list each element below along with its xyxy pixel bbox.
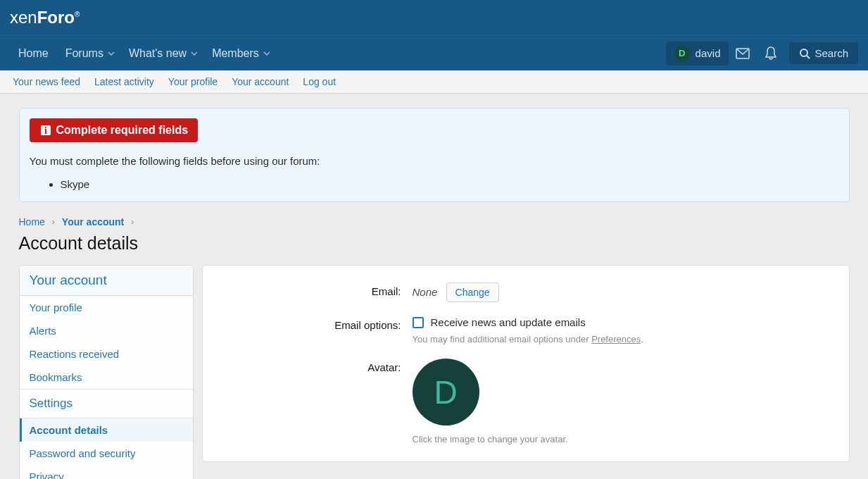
breadcrumb-home[interactable]: Home bbox=[19, 216, 45, 228]
nav-right: D david Search bbox=[666, 41, 858, 66]
label-avatar: Avatar: bbox=[215, 359, 413, 444]
sidebar-heading-settings[interactable]: Settings bbox=[20, 389, 193, 418]
breadcrumb: Home › Your account › bbox=[19, 216, 850, 228]
sidebar-alerts[interactable]: Alerts bbox=[20, 319, 193, 342]
nav-forums[interactable]: Forums bbox=[57, 36, 112, 71]
content-layout: Your account Your profile Alerts Reactio… bbox=[19, 265, 850, 479]
chevron-down-icon bbox=[263, 50, 270, 57]
search-button[interactable]: Search bbox=[789, 42, 858, 64]
row-avatar: Avatar: D Click the image to change your… bbox=[215, 352, 836, 452]
avatar-hint: Click the image to change your avatar. bbox=[413, 434, 836, 444]
sidebar-bookmarks[interactable]: Bookmarks bbox=[20, 366, 193, 389]
receive-emails-checkbox[interactable] bbox=[413, 317, 424, 328]
subnav-your-profile[interactable]: Your profile bbox=[168, 76, 218, 87]
avatar-image[interactable]: D bbox=[413, 359, 479, 425]
notice-message: You must complete the following fields b… bbox=[30, 155, 839, 167]
chevron-right-icon: › bbox=[52, 217, 55, 227]
account-form: Email: None Change Email options: Receiv… bbox=[202, 265, 850, 462]
checkbox-label: Receive news and update emails bbox=[431, 316, 586, 328]
email-value: None bbox=[413, 286, 438, 298]
subnav-latest-activity[interactable]: Latest activity bbox=[94, 76, 154, 87]
sidebar-reactions[interactable]: Reactions received bbox=[20, 342, 193, 366]
nav-left: Home Forums What's new Members bbox=[10, 36, 276, 71]
value-email: None Change bbox=[413, 282, 836, 302]
nav-members-toggle[interactable] bbox=[263, 36, 276, 71]
row-email-options: Email options: Receive news and update e… bbox=[215, 309, 836, 352]
chevron-down-icon bbox=[108, 50, 115, 57]
envelope-icon bbox=[736, 48, 750, 59]
sidebar-privacy[interactable]: Privacy bbox=[20, 465, 193, 479]
checkbox-row: Receive news and update emails bbox=[413, 316, 836, 328]
logo-trademark: ® bbox=[75, 11, 80, 18]
sidebar-account-details[interactable]: Account details bbox=[20, 418, 193, 442]
email-options-hint: You may find additional email options un… bbox=[413, 334, 836, 344]
subnav-news-feed[interactable]: Your news feed bbox=[13, 76, 80, 87]
nav-members[interactable]: Members bbox=[203, 36, 268, 71]
avatar-small: D bbox=[674, 46, 690, 61]
notice-badge-text: Complete required fields bbox=[56, 124, 189, 137]
user-menu[interactable]: D david bbox=[666, 42, 729, 66]
subnav-your-account[interactable]: Your account bbox=[232, 76, 289, 87]
label-email-options: Email options: bbox=[215, 316, 413, 344]
svg-point-1 bbox=[800, 49, 807, 56]
sidebar-heading-account[interactable]: Your account bbox=[20, 266, 193, 296]
nav-home[interactable]: Home bbox=[10, 36, 57, 71]
alerts-button[interactable] bbox=[757, 41, 785, 66]
page-title: Account details bbox=[19, 233, 850, 254]
account-sidebar: Your account Your profile Alerts Reactio… bbox=[19, 265, 194, 479]
breadcrumb-current[interactable]: Your account bbox=[62, 216, 124, 228]
sub-nav: Your news feed Latest activity Your prof… bbox=[0, 70, 868, 94]
inbox-button[interactable] bbox=[729, 41, 757, 66]
nav-whats-new[interactable]: What's new bbox=[120, 36, 195, 71]
notice-field-list: Skype bbox=[30, 177, 839, 192]
chevron-right-icon: › bbox=[131, 217, 134, 227]
row-email: Email: None Change bbox=[215, 275, 836, 309]
change-email-button[interactable]: Change bbox=[446, 282, 499, 302]
subnav-log-out[interactable]: Log out bbox=[303, 76, 336, 87]
main-nav: Home Forums What's new Members D david S… bbox=[0, 35, 868, 70]
sidebar-password-security[interactable]: Password and security bbox=[20, 442, 193, 465]
logo-foro: Foro bbox=[37, 8, 75, 27]
username: david bbox=[696, 47, 721, 59]
nav-whats-new-toggle[interactable] bbox=[191, 36, 203, 71]
required-fields-notice: i Complete required fields You must comp… bbox=[19, 108, 850, 202]
info-icon: i bbox=[39, 124, 52, 137]
search-icon bbox=[799, 48, 810, 59]
notice-badge: i Complete required fields bbox=[30, 118, 199, 142]
sidebar-your-profile[interactable]: Your profile bbox=[20, 296, 193, 319]
chevron-down-icon bbox=[191, 50, 198, 57]
preferences-link[interactable]: Preferences bbox=[591, 334, 641, 344]
search-label: Search bbox=[814, 47, 848, 59]
value-avatar: D Click the image to change your avatar. bbox=[413, 359, 836, 444]
header-logo-bar: xenForo® bbox=[0, 0, 868, 35]
value-email-options: Receive news and update emails You may f… bbox=[413, 316, 836, 344]
bell-icon bbox=[765, 46, 777, 61]
logo[interactable]: xenForo® bbox=[10, 8, 80, 27]
nav-forums-toggle[interactable] bbox=[108, 36, 120, 71]
logo-xen: xen bbox=[10, 8, 37, 27]
svg-text:i: i bbox=[44, 125, 47, 136]
label-email: Email: bbox=[215, 282, 413, 302]
notice-field-item: Skype bbox=[61, 177, 839, 192]
